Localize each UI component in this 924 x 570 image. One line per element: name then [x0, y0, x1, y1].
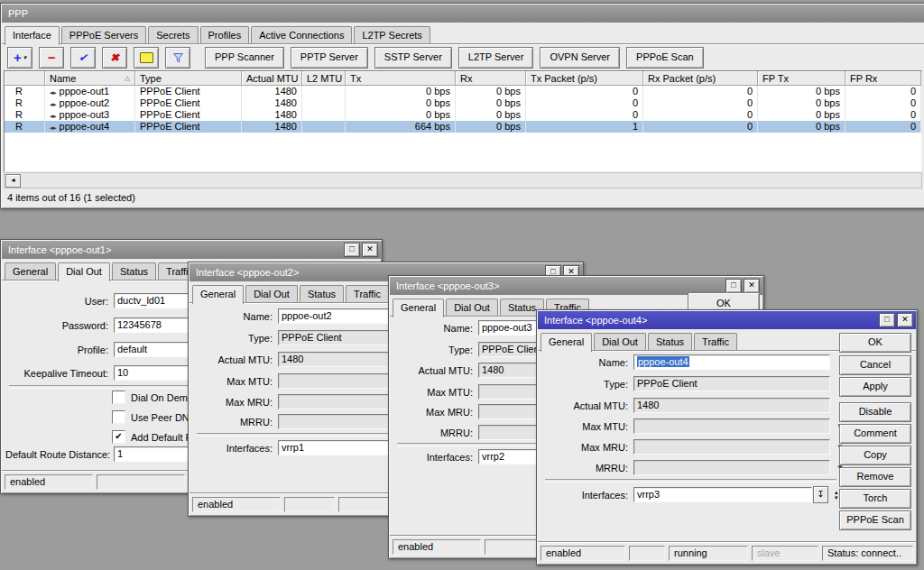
tab-dial-out[interactable]: Dial Out [446, 299, 498, 316]
spinner-control[interactable]: ▴▾ [835, 490, 838, 501]
cell-l2-mtu [302, 97, 346, 109]
col-header-fp-rx[interactable]: FP Rx [845, 71, 921, 86]
titlebar[interactable]: Interface <pppoe-out4> □ ✕ [538, 311, 916, 329]
tab-interface[interactable]: Interface [5, 26, 60, 45]
ppp-titlebar[interactable]: PPP [2, 5, 924, 23]
dropdown-list-button[interactable]: ↧ [813, 486, 828, 503]
ovpn-server-button[interactable]: OVPN Server [540, 47, 620, 69]
maximize-button[interactable]: □ [725, 279, 742, 293]
tab-dial-out[interactable]: Dial Out [245, 285, 298, 302]
sort-icon: △ [125, 72, 130, 85]
col-header-tx[interactable]: Tx [346, 71, 456, 86]
interfaces-input[interactable]: vrrp3 [633, 487, 812, 502]
tab-l2tp-secrets[interactable]: L2TP Secrets [354, 26, 430, 43]
cell-fp-rx: 0 [845, 109, 921, 121]
tab-general[interactable]: General [393, 299, 444, 317]
checkmark-icon: ✔ [79, 51, 88, 64]
cell-type: PPPoE Client [135, 121, 242, 133]
enable-button[interactable]: ✔ [70, 47, 96, 69]
apply-button[interactable]: Apply [839, 377, 911, 397]
remove-button[interactable]: Remove [839, 467, 911, 487]
horizontal-scrollbar[interactable]: ◄ [4, 172, 922, 188]
add-button[interactable]: +▾ [7, 47, 32, 69]
tab-dial-out[interactable]: Dial Out [58, 262, 110, 281]
col-header-name[interactable]: Name△ [45, 71, 135, 86]
spin-down-icon[interactable]: ▾ [835, 495, 838, 501]
cell-fp-tx: 0 bps [758, 86, 845, 97]
tab-general[interactable]: General [541, 333, 592, 352]
interface-table: Name△ Type Actual MTU L2 MTU Tx Rx Tx Pa… [4, 70, 922, 172]
pptp-server-button[interactable]: PPTP Server [291, 47, 368, 69]
name-input[interactable]: pppoe-out4 [633, 354, 830, 370]
col-header-rx-packet[interactable]: Rx Packet (p/s) [643, 71, 758, 86]
tab-status[interactable]: Status [112, 262, 156, 280]
disable-button[interactable]: ✖ [102, 47, 127, 69]
interface-icon: ◂▪▸ [50, 101, 56, 107]
cell-rx-pps: 0 [643, 86, 758, 97]
tab-pppoe-servers[interactable]: PPPoE Servers [61, 26, 146, 43]
titlebar[interactable]: Interface <pppoe-out1> □ ✕ [2, 241, 381, 259]
tab-profiles[interactable]: Profiles [200, 26, 250, 43]
tab-traffic[interactable]: Traffic [694, 333, 737, 350]
col-header-actual-mtu[interactable]: Actual MTU [242, 71, 302, 86]
cell-tx: 0 bps [346, 109, 456, 121]
cell-l2-mtu [302, 121, 346, 133]
max-mtu-row: Max MTU: ▼ [541, 418, 844, 434]
dial-on-demand-checkbox[interactable] [112, 391, 125, 404]
cell-name: ◂▪▸pppoe-out1 [45, 86, 135, 97]
enabled-cell: enabled [393, 539, 481, 555]
max-mru-input [633, 439, 830, 455]
maximize-button[interactable]: □ [344, 243, 360, 257]
tab-status[interactable]: Status [648, 333, 692, 350]
interfaces-label: Interfaces: [193, 443, 278, 454]
pppoe-scan-button[interactable]: PPPoE Scan [839, 510, 911, 530]
disable-button[interactable]: Disable [839, 402, 911, 422]
tab-dial-out[interactable]: Dial Out [594, 333, 646, 350]
maximize-button[interactable]: □ [879, 313, 895, 327]
copy-button[interactable]: Copy [839, 446, 911, 465]
mrru-label: MRRU: [541, 463, 633, 473]
col-header-fp-tx[interactable]: FP Tx [758, 71, 845, 86]
add-default-route-checkbox[interactable]: ✔ [112, 430, 125, 444]
l2tp-server-button[interactable]: L2TP Server [458, 47, 534, 69]
tab-secrets[interactable]: Secrets [148, 26, 198, 43]
cancel-button[interactable]: Cancel [839, 355, 911, 375]
torch-button[interactable]: Torch [839, 489, 911, 509]
tab-general[interactable]: General [192, 285, 244, 304]
window-pppoe-out4: Interface <pppoe-out4> □ ✕ General Dial … [536, 309, 918, 565]
tab-status[interactable]: Status [300, 285, 344, 302]
tab-active-connections[interactable]: Active Connections [251, 26, 352, 43]
col-header-l2-mtu[interactable]: L2 MTU [302, 71, 346, 86]
comment-button[interactable] [134, 47, 159, 69]
scroll-left-button[interactable]: ◄ [5, 174, 21, 188]
close-button[interactable]: ✕ [362, 243, 378, 257]
status-cell [97, 474, 185, 490]
sstp-server-button[interactable]: SSTP Server [374, 47, 452, 69]
comment-button[interactable]: Comment [839, 424, 911, 444]
cell-fp-rx: 0 [845, 97, 921, 109]
remove-button[interactable]: − [39, 47, 64, 69]
cell-fp-tx: 0 bps [758, 97, 845, 109]
cell-tx-pps: 1 [526, 121, 643, 133]
ppp-scanner-button[interactable]: PPP Scanner [205, 47, 284, 69]
filter-button[interactable] [165, 47, 190, 69]
cell-flag: R [5, 97, 45, 109]
pppoe-scan-button[interactable]: PPPoE Scan [626, 47, 704, 69]
dialog-statusbar: enabled running slave Status: connect.. [538, 541, 916, 564]
col-header-tx-packet[interactable]: Tx Packet (p/s) [526, 71, 643, 86]
close-button[interactable]: ✕ [744, 279, 760, 293]
col-header-rx[interactable]: Rx [456, 71, 526, 86]
name-row: Name: pppoe-out4 [541, 354, 830, 370]
cell-flag: R [5, 121, 45, 133]
col-header-type[interactable]: Type [135, 71, 242, 86]
close-button[interactable]: ✕ [897, 313, 913, 327]
profile-label: Profile: [5, 345, 114, 355]
window-controls: □ ✕ [879, 313, 913, 327]
name-label: Name: [193, 311, 278, 322]
use-peer-dns-checkbox[interactable] [112, 410, 125, 424]
mrru-row: MRRU: ▼ [541, 460, 844, 475]
tab-general[interactable]: General [5, 262, 56, 280]
col-header-flags[interactable] [5, 71, 45, 86]
tab-traffic[interactable]: Traffic [346, 285, 389, 302]
cell-rx-pps: 0 [643, 121, 758, 133]
